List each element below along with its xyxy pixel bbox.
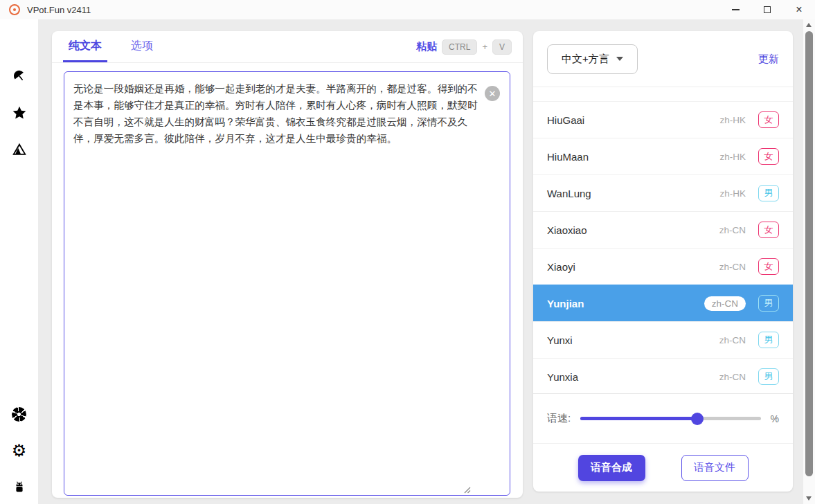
voices-panel: 中文+方言 更新 HiuGaaizh-HK女HiuMaanzh-HK女WanLu… [533,31,793,492]
voice-row-hiugaai[interactable]: HiuGaaizh-HK女 [533,101,793,138]
gender-badge: 男 [758,185,779,201]
voice-file-button[interactable]: 语音文件 [681,455,749,481]
editor-tabs: 纯文本选项 [63,31,177,62]
voice-row-yunxi[interactable]: Yunxizh-CN男 [533,321,793,358]
dropdown-value: 中文+方言 [562,53,609,66]
voice-row-xiaoxiao[interactable]: Xiaoxiaozh-CN女 [533,211,793,248]
voice-name: HiuMaan [547,151,589,163]
editor-tabbar: 纯文本选项 粘贴 CTRL + V [52,31,523,63]
aperture-icon[interactable] [11,406,28,422]
gender-badge: 女 [758,111,779,128]
voice-lang: zh-CN [719,335,746,345]
left-sidebar: ⚙ [0,19,38,504]
kbd-plus: + [482,42,487,52]
clear-text-icon[interactable]: ✕ [485,86,500,101]
gender-badge: 女 [758,222,779,238]
voice-row-yunxia[interactable]: Yunxiazh-CN男 [533,358,793,393]
speed-slider-section: 语速: % [533,393,793,443]
app-window: VPot.Fun v2411 × ⚙ 纯文本选项 粘贴 CTRL [0,0,815,504]
kbd-v: V [492,39,512,55]
maximize-button[interactable] [751,0,783,19]
voice-lang: zh-CN [719,262,746,272]
text-input-wrapper: 无论是一段婚姻还是再婚，能够一起走到老的才是夫妻。半路离开的，都是过客。得到的不… [64,71,510,496]
action-buttons: 语音合成 语音文件 [533,443,793,492]
window-controls: × [719,0,815,19]
voice-lang: zh-HK [719,188,746,199]
voice-lang: zh-CN [719,225,746,235]
tab-1[interactable]: 选项 [125,31,159,62]
speed-label: 语速: [547,412,571,425]
gear-icon[interactable]: ⚙ [11,442,28,459]
mountain-icon[interactable] [11,141,28,158]
star-icon[interactable] [11,105,28,121]
resize-handle-icon[interactable] [463,484,471,492]
title-bar: VPot.Fun v2411 × [0,0,815,19]
voice-row-xiaoyi[interactable]: Xiaoyizh-CN女 [533,248,793,285]
speed-slider[interactable] [580,413,760,425]
voice-name: Yunjian [547,298,584,309]
synthesize-button[interactable]: 语音合成 [578,455,645,481]
robot-icon[interactable] [11,479,28,496]
tab-0[interactable]: 纯文本 [63,31,107,62]
close-icon: × [796,4,802,15]
close-button[interactable]: × [783,0,815,19]
slider-fill [580,417,697,420]
voice-name: Xiaoxiao [547,224,587,236]
voices-panel-header: 中文+方言 更新 [533,31,793,87]
speed-unit: % [771,413,779,424]
voice-name: HiuGaai [547,114,584,126]
gender-badge: 男 [758,332,779,348]
maximize-icon [764,6,771,13]
scrollbar-thumb[interactable] [805,31,813,476]
editor-card: 纯文本选项 粘贴 CTRL + V 无论是一段婚姻还是再婚，能够一起走到老的才是… [52,31,523,498]
scroll-down-icon[interactable] [806,496,812,501]
gender-badge: 男 [758,295,779,312]
gender-badge: 男 [758,368,779,385]
refresh-link[interactable]: 更新 [758,53,779,66]
voice-name: Xiaoyi [547,261,575,273]
voice-row-yunjian[interactable]: Yunjianzh-CN男 [533,285,793,321]
voice-lang: zh-CN [704,296,746,311]
chevron-down-icon [616,57,623,61]
window-title: VPot.Fun v2411 [27,5,91,15]
text-input[interactable]: 无论是一段婚姻还是再婚，能够一起走到老的才是夫妻。半路离开的，都是过客。得到的不… [64,72,510,495]
app-logo-icon [9,4,20,15]
slider-thumb[interactable] [691,413,704,425]
minimize-button[interactable] [719,0,751,19]
voice-lang: zh-CN [719,372,746,382]
voice-name: Yunxi [547,334,573,346]
voice-list: HiuGaaizh-HK女HiuMaanzh-HK女WanLungzh-HK男X… [533,87,793,393]
gender-badge: 女 [758,148,779,165]
language-category-dropdown[interactable]: 中文+方言 [547,44,638,74]
paste-button[interactable]: 粘贴 [416,40,437,53]
voice-row-wanlung[interactable]: WanLungzh-HK男 [533,174,793,211]
scroll-up-icon[interactable] [806,23,812,27]
window-scrollbar[interactable] [803,19,815,504]
voice-name: Yunxia [547,371,578,383]
voice-lang: zh-HK [719,152,746,162]
voice-row-hiumaan[interactable]: HiuMaanzh-HK女 [533,138,793,174]
voice-name: WanLung [547,188,591,199]
kbd-ctrl: CTRL [442,39,477,55]
gender-badge: 女 [758,258,779,275]
minimize-icon [732,9,740,10]
voice-lang: zh-HK [719,115,746,125]
paste-hint: 粘贴 CTRL + V [416,31,512,62]
umbrella-icon[interactable] [11,68,28,84]
